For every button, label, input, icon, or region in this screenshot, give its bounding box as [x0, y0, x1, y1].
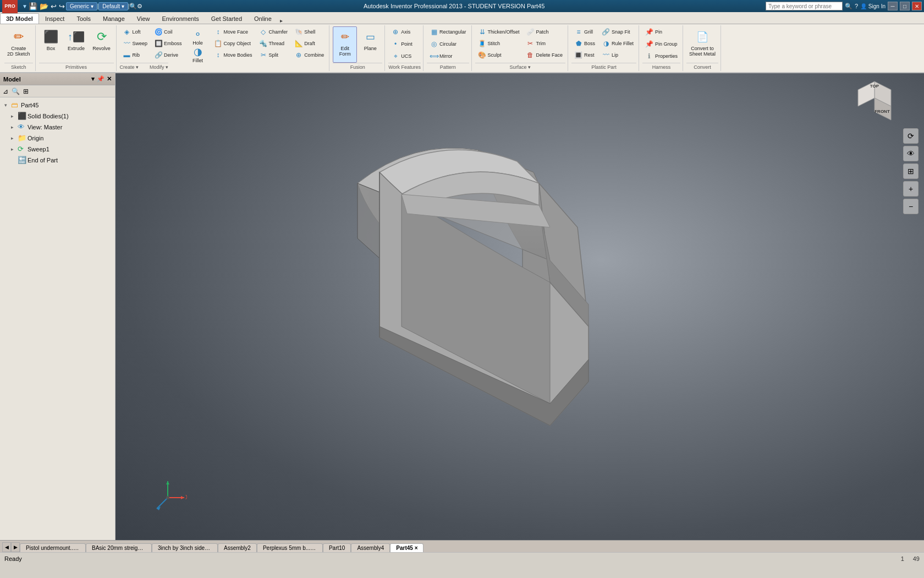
- view-cube[interactable]: TOP FRONT: [853, 79, 897, 123]
- split-btn[interactable]: ✂ Split: [256, 50, 291, 61]
- look-at-btn[interactable]: 👁: [903, 146, 919, 161]
- coil-btn[interactable]: 🌀 Coil: [151, 26, 185, 37]
- signin-btn[interactable]: 👤 Sign In: [860, 3, 886, 9]
- stitch-btn[interactable]: 🧵 Stitch: [475, 38, 522, 49]
- box-btn[interactable]: ⬛ Box: [39, 26, 63, 63]
- fillet-btn[interactable]: ◑ Fillet: [186, 44, 210, 61]
- file-tab-basic[interactable]: BAsic 20mm streight.ipt: [86, 543, 152, 552]
- tab-nav-left[interactable]: ◀: [2, 542, 11, 552]
- default-dropdown[interactable]: Default ▾: [98, 2, 128, 10]
- snap-fit-btn[interactable]: 🔗 Snap Fit: [599, 26, 636, 37]
- circular-btn[interactable]: ◎ Circular: [427, 39, 459, 50]
- save-btn[interactable]: 💾: [28, 2, 38, 10]
- tree-item-end-of-part[interactable]: 🔚 End of Part: [0, 155, 115, 166]
- filter-icon[interactable]: ⊿: [2, 87, 9, 96]
- rest-btn[interactable]: 🔳 Rest: [571, 50, 598, 61]
- patch-btn[interactable]: 🩹 Patch: [523, 26, 565, 37]
- chamfer-btn[interactable]: ◇ Chamfer: [256, 26, 291, 37]
- minimize-btn[interactable]: ─: [888, 2, 898, 10]
- move-bodies-btn[interactable]: ↕ Move Bodies: [211, 50, 255, 61]
- tab-tools[interactable]: Tools: [70, 13, 97, 24]
- tree-item-view-master[interactable]: ▸ 👁 View: Master: [0, 122, 115, 133]
- tab-manage[interactable]: Manage: [97, 13, 131, 24]
- convert-sheet-metal-btn[interactable]: 📄 Convert toSheet Metal: [686, 26, 718, 63]
- revolve-btn[interactable]: ⟳ Revolve: [90, 26, 114, 63]
- point-btn[interactable]: • Point: [388, 39, 415, 50]
- file-tab-assembly4[interactable]: Assembly4: [351, 543, 390, 552]
- file-tab-perplexus[interactable]: Perplexus 5mm b...iam: [257, 543, 323, 552]
- combine-btn[interactable]: ⊕ Combine: [292, 50, 327, 61]
- lip-btn[interactable]: 〰 Lip: [599, 50, 636, 61]
- orbit-btn[interactable]: ⟳: [903, 128, 919, 144]
- settings-icon[interactable]: ⚙: [137, 3, 142, 10]
- app-title: Autodesk Inventor Professional 2013 - ST…: [142, 3, 766, 9]
- sidebar-close-btn[interactable]: ✕: [107, 75, 112, 83]
- tab-getstarted[interactable]: Get Started: [205, 13, 248, 24]
- rib-btn[interactable]: ▬ Rib: [120, 50, 151, 61]
- sidebar-dropdown-btn[interactable]: ▾: [91, 75, 95, 83]
- move-face-btn[interactable]: ↕ Move Face: [211, 26, 255, 37]
- tree-item-solid-bodies[interactable]: ▸ ⬛ Solid Bodies(1): [0, 111, 115, 122]
- viewport[interactable]: TOP FRONT ⟳ 👁 ⊞ + −: [116, 73, 924, 540]
- thicken-offset-btn[interactable]: ⇊ Thicken/Offset: [475, 26, 522, 37]
- grill-btn[interactable]: ≡ Grill: [571, 26, 598, 37]
- close-btn[interactable]: ✕: [912, 2, 922, 10]
- plane-btn[interactable]: ▭ Plane: [358, 26, 382, 63]
- search-input[interactable]: [766, 2, 843, 10]
- edit-form-btn[interactable]: ✏ EditForm: [333, 26, 357, 63]
- thread-btn[interactable]: 🔩 Thread: [256, 38, 291, 49]
- file-tab-assembly2[interactable]: Assembly2: [218, 543, 257, 552]
- boss-btn[interactable]: ⬟ Boss: [571, 38, 598, 49]
- zoom-in-btn[interactable]: +: [903, 181, 919, 197]
- redo-btn[interactable]: ↪: [58, 2, 66, 10]
- app-menu-btn[interactable]: ▼: [22, 3, 28, 9]
- tab-3dmodel[interactable]: 3D Model: [0, 13, 39, 24]
- tree-item-origin[interactable]: ▸ 📁 Origin: [0, 133, 115, 144]
- sidebar-pin-btn[interactable]: 📌: [97, 75, 105, 83]
- derive-btn[interactable]: 🔗 Derive: [151, 50, 185, 61]
- tab-inspect[interactable]: Inspect: [39, 13, 70, 24]
- tab-online[interactable]: Online: [248, 13, 278, 24]
- loft-btn[interactable]: ◈ Loft: [120, 26, 151, 37]
- undo-btn[interactable]: ↩: [50, 2, 58, 10]
- ucs-btn[interactable]: ⌖ UCS: [388, 51, 414, 62]
- hole-btn[interactable]: ⚬ Hole: [186, 26, 210, 43]
- create-2d-sketch-btn[interactable]: ✏ Create2D Sketch: [4, 26, 33, 63]
- tree-item-sweep1[interactable]: ▸ ⟳ Sweep1: [0, 144, 115, 155]
- loft-label: Loft: [133, 29, 141, 35]
- pin-btn[interactable]: 📌 Pin: [642, 26, 665, 37]
- mirror-btn[interactable]: ⟺ Mirror: [427, 51, 455, 62]
- tree-item-part45[interactable]: ▾ 🗃 Part45: [0, 100, 115, 111]
- file-tab-part10[interactable]: Part10: [323, 543, 351, 552]
- search-tree-icon[interactable]: 🔍: [11, 87, 20, 96]
- sculpt-btn[interactable]: 🎨 Sculpt: [475, 50, 522, 61]
- emboss-btn[interactable]: 🔲 Emboss: [151, 38, 185, 49]
- tab-nav-right[interactable]: ▶: [11, 542, 20, 552]
- file-tab-3inch[interactable]: 3inch by 3inch sides.ipt: [152, 543, 218, 552]
- help-btn[interactable]: ?: [855, 3, 858, 9]
- file-tab-pistol[interactable]: Pistol undermount...iam: [20, 543, 86, 552]
- delete-face-btn[interactable]: 🗑 Delete Face: [523, 50, 565, 61]
- properties-btn[interactable]: ℹ Properties: [642, 51, 680, 62]
- axis-btn[interactable]: ⊕ Axis: [388, 26, 413, 37]
- rule-fillet-btn[interactable]: ◑ Rule Fillet: [599, 38, 636, 49]
- sweep-btn[interactable]: 〰 Sweep: [120, 38, 151, 49]
- pin-group-btn[interactable]: 📌 Pin Group: [642, 39, 680, 50]
- search-button[interactable]: 🔍: [845, 3, 853, 10]
- draft-btn[interactable]: 📐 Draft: [292, 38, 327, 49]
- copy-object-btn[interactable]: 📋 Copy Object: [211, 38, 255, 49]
- open-btn[interactable]: 📂: [38, 2, 50, 10]
- expand-all-icon[interactable]: ⊞: [23, 87, 29, 96]
- shell-btn[interactable]: 🐚 Shell: [292, 26, 327, 37]
- zoom-all-btn[interactable]: ⊞: [903, 163, 919, 179]
- maximize-btn[interactable]: □: [900, 2, 910, 10]
- zoom-out-btn[interactable]: −: [903, 199, 919, 214]
- trim-btn[interactable]: ✂ Trim: [523, 38, 565, 49]
- file-tab-part45[interactable]: Part45 ×: [390, 543, 424, 552]
- generic-dropdown[interactable]: Generic ▾: [66, 2, 97, 10]
- tab-more[interactable]: ▸: [280, 18, 283, 24]
- tab-environments[interactable]: Environments: [156, 13, 205, 24]
- tab-view[interactable]: View: [131, 13, 156, 24]
- extrude-btn[interactable]: ↑⬛ Extrude: [64, 26, 89, 63]
- rectangular-btn[interactable]: ▦ Rectangular: [427, 26, 469, 37]
